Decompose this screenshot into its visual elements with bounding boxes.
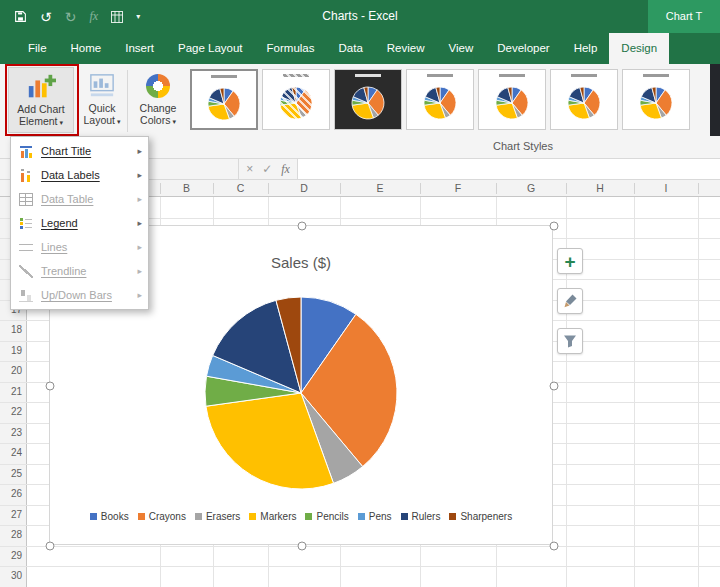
add-chart-element-menu: Chart Title▸Data Labels▸Data Table▸Legen… [10,136,149,310]
thumbnail-pie [418,79,462,123]
column-header-D[interactable]: D [300,182,308,194]
legend-swatch [90,513,97,520]
legend-item: Sharpeners [449,511,512,522]
menu-item-label: Chart Title [41,145,137,157]
chart-style-thumbnail[interactable] [406,69,474,130]
tab-view[interactable]: View [437,33,486,64]
column-header-G[interactable]: G [527,182,535,194]
funnel-icon [562,333,578,349]
menu-item-data-table: Data Table▸ [11,187,148,211]
thumbnail-title-line [427,74,453,77]
legend-label: Erasers [206,511,240,522]
selection-handle[interactable] [550,222,559,231]
thumbnail-pie [202,80,246,124]
title-bar: ↺ ↻ fx ▾ Charts - Excel Chart T [0,0,720,33]
formula-input[interactable] [298,159,720,179]
gallery-edge [710,64,720,136]
window-title: Charts - Excel [0,0,720,33]
chart-filters-button[interactable] [557,328,583,354]
tab-page-layout[interactable]: Page Layout [166,33,255,64]
tab-design[interactable]: Design [609,33,669,64]
submenu-arrow-icon: ▸ [137,146,142,156]
thumbnail-title-line [283,74,309,77]
chart-elements-button[interactable]: + [557,248,583,274]
chart-side-buttons: + [557,248,583,354]
column-header-I[interactable]: I [665,182,668,194]
menu-item-trendline: Trendline▸ [11,259,148,283]
legend-label: Pencils [316,511,348,522]
column-header-B[interactable]: B [183,182,190,194]
legend-item: Pencils [305,511,348,522]
selection-handle[interactable] [298,542,307,551]
selection-handle[interactable] [46,542,55,551]
column-header-F[interactable]: F [455,182,461,194]
column-header-H[interactable]: H [596,182,604,194]
cancel-button[interactable]: × [246,163,253,175]
column-header-C[interactable]: C [237,182,245,194]
thumbnail-pie [634,79,678,123]
quick-layout-button[interactable]: QuickLayout▾ [78,67,126,133]
change-colors-icon [132,70,184,102]
legend-swatch [305,513,312,520]
tab-formulas[interactable]: Formulas [255,33,327,64]
legend-item: Crayons [138,511,186,522]
chart-style-thumbnail[interactable] [550,69,618,130]
selection-handle[interactable] [550,382,559,391]
menu-item-legend[interactable]: Legend▸ [11,211,148,235]
submenu-arrow-icon: ▸ [137,266,142,276]
tab-file[interactable]: File [16,33,59,64]
legend-swatch [138,513,145,520]
menu-item-label: Data Table [41,193,137,205]
menu-item-label: Data Labels [41,169,137,181]
trendline-icon [19,265,33,278]
selection-handle[interactable] [46,382,55,391]
chart-style-thumbnail[interactable] [190,69,258,130]
chart-style-thumbnail[interactable] [262,69,330,130]
column-header-E[interactable]: E [376,182,383,194]
group-divider [127,70,128,132]
plus-icon: + [564,252,575,271]
chart-style-thumbnail[interactable] [478,69,546,130]
chart-legend[interactable]: BooksCrayonsErasersMarkersPencilsPensRul… [50,511,552,522]
tab-help[interactable]: Help [562,33,610,64]
thumbnail-title-line [355,74,381,77]
menu-item-up-down-bars: Up/Down Bars▸ [11,283,148,307]
legend-item: Books [90,511,129,522]
submenu-arrow-icon: ▸ [137,290,142,300]
legend-label: Markers [260,511,296,522]
legend-item: Markers [249,511,296,522]
dropdown-caret-icon: ▾ [60,119,64,126]
chart-style-thumbnail[interactable] [622,69,690,130]
thumbnail-title-line [571,74,597,77]
data-labels-icon [19,169,33,182]
chart-styles-button[interactable] [557,288,583,314]
submenu-arrow-icon: ▸ [137,194,142,204]
tab-developer[interactable]: Developer [485,33,561,64]
tab-home[interactable]: Home [59,33,114,64]
tab-insert[interactable]: Insert [113,33,166,64]
thumbnail-pie [346,79,390,123]
legend-label: Pens [369,511,392,522]
tab-review[interactable]: Review [375,33,437,64]
submenu-arrow-icon: ▸ [137,218,142,228]
add-chart-element-button[interactable]: Add ChartElement▾ [8,67,74,133]
chart-tools-contextual-label: Chart T [648,0,720,33]
chart-style-thumbnail[interactable] [334,69,402,130]
dropdown-caret-icon: ▾ [172,118,176,125]
thumbnail-title-line [499,74,525,77]
change-colors-button[interactable]: ChangeColors▾ [132,67,184,133]
enter-button[interactable]: ✓ [262,163,272,175]
updown-bars-icon [19,289,33,302]
selection-handle[interactable] [298,222,307,231]
thumbnail-title-line [643,74,669,77]
menu-item-data-labels[interactable]: Data Labels▸ [11,163,148,187]
insert-function-button[interactable]: fx [281,163,290,175]
selection-handle[interactable] [550,542,559,551]
pie-chart[interactable] [201,293,401,493]
menu-item-chart-title[interactable]: Chart Title▸ [11,139,148,163]
chart-styles-group-label: Chart Styles [478,140,568,152]
thumbnail-pie [562,79,606,123]
menu-item-label: Lines [41,241,137,253]
tab-data[interactable]: Data [327,33,375,64]
excel-window: ↺ ↻ fx ▾ Charts - Excel Chart T FileHome… [0,0,720,587]
